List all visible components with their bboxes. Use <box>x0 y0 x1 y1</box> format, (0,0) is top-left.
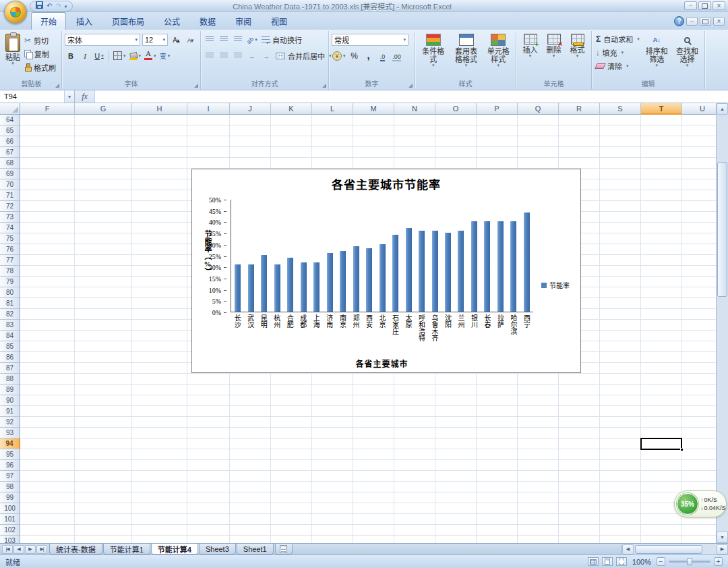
column-header-T[interactable]: T <box>641 103 682 115</box>
qat-customize-dropdown[interactable] <box>65 1 67 11</box>
conditional-formatting-button[interactable]: 条件格式 <box>418 32 449 80</box>
row-header-72[interactable]: 72 <box>0 201 20 212</box>
column-header-O[interactable]: O <box>435 103 477 115</box>
row-header-86[interactable]: 86 <box>0 352 20 363</box>
selected-cell[interactable] <box>640 438 682 450</box>
row-header-88[interactable]: 88 <box>0 374 20 385</box>
column-header-G[interactable]: G <box>75 103 132 115</box>
fill-handle[interactable] <box>680 448 684 451</box>
vertical-scroll-thumb[interactable] <box>717 162 727 297</box>
row-header-66[interactable]: 66 <box>0 136 20 147</box>
formula-input[interactable] <box>95 90 728 103</box>
row-header-64[interactable]: 64 <box>0 115 20 125</box>
accounting-format-button[interactable] <box>332 50 346 62</box>
row-header-83[interactable]: 83 <box>0 320 20 331</box>
bar-郑州[interactable] <box>353 246 359 312</box>
column-header-Q[interactable]: Q <box>518 103 559 115</box>
comma-style-button[interactable] <box>363 50 375 62</box>
font-dialog-launcher[interactable] <box>194 84 198 88</box>
row-header-102[interactable]: 102 <box>0 525 20 536</box>
undo-button[interactable] <box>47 1 52 11</box>
insert-cells-button[interactable]: 插入 <box>519 32 541 80</box>
align-left-button[interactable] <box>204 50 216 62</box>
column-header-N[interactable]: N <box>394 103 435 115</box>
bar-太原[interactable] <box>406 228 412 312</box>
row-header-75[interactable]: 75 <box>0 233 20 244</box>
row-header-68[interactable]: 68 <box>0 158 20 169</box>
row-header-74[interactable]: 74 <box>0 223 20 233</box>
column-header-U[interactable]: U <box>682 103 716 115</box>
orientation-button[interactable] <box>246 34 258 46</box>
ribbon-tab-视图[interactable]: 视图 <box>262 12 297 30</box>
bar-长春[interactable] <box>484 221 490 312</box>
select-all-corner[interactable] <box>0 103 20 115</box>
insert-function-button[interactable]: fx <box>75 90 95 103</box>
row-header-98[interactable]: 98 <box>0 482 20 492</box>
row-header-89[interactable]: 89 <box>0 385 20 395</box>
format-cells-button[interactable]: 格式 <box>566 32 588 80</box>
fill-button[interactable]: 填充 <box>595 47 641 58</box>
bar-银川[interactable] <box>471 221 477 312</box>
align-bottom-button[interactable] <box>232 34 244 46</box>
bar-兰州[interactable] <box>458 231 464 312</box>
bar-西宁[interactable] <box>524 212 530 312</box>
format-painter-button[interactable]: 格式刷 <box>23 61 57 73</box>
row-header-94[interactable]: 94 <box>0 438 20 449</box>
fill-color-button[interactable] <box>129 50 142 62</box>
sheet-tab-节能计算1[interactable]: 节能计算1 <box>103 544 150 555</box>
ribbon-tab-公式[interactable]: 公式 <box>154 12 189 30</box>
horizontal-scrollbar[interactable] <box>621 544 728 555</box>
row-header-76[interactable]: 76 <box>0 244 20 255</box>
last-sheet-button[interactable] <box>36 545 47 554</box>
row-header-100[interactable]: 100 <box>0 503 20 514</box>
bar-昆明[interactable] <box>261 255 267 312</box>
bar-北京[interactable] <box>380 244 386 312</box>
number-format-select[interactable]: 常规 <box>332 34 408 46</box>
row-header-87[interactable]: 87 <box>0 363 20 374</box>
sheet-tab-Sheet1[interactable]: Sheet1 <box>237 544 274 555</box>
find-select-button[interactable]: 查找和选择 <box>673 32 702 80</box>
bar-哈尔滨[interactable] <box>510 221 516 312</box>
row-header-97[interactable]: 97 <box>0 471 20 482</box>
clear-button[interactable]: 清除 <box>595 60 641 72</box>
close-button[interactable] <box>712 1 725 10</box>
row-header-96[interactable]: 96 <box>0 460 20 471</box>
row-header-91[interactable]: 91 <box>0 406 20 417</box>
name-box[interactable]: T94 <box>0 90 65 103</box>
wrap-text-button[interactable]: 自动换行 <box>260 34 303 45</box>
row-header-99[interactable]: 99 <box>0 492 20 503</box>
row-header-67[interactable]: 67 <box>0 147 20 158</box>
network-monitor-widget[interactable]: 35% 0K/S 0.04K/S <box>674 490 727 517</box>
number-dialog-launcher[interactable] <box>408 84 413 88</box>
autosum-button[interactable]: 自动求和 <box>595 33 641 45</box>
cell-styles-button[interactable]: 单元格样式 <box>483 32 513 80</box>
cut-button[interactable]: 剪切 <box>23 34 57 46</box>
font-family-select[interactable]: 宋体 <box>65 34 140 46</box>
sort-filter-button[interactable]: 排序和筛选 <box>642 32 671 80</box>
restore-button[interactable] <box>698 1 711 10</box>
clipboard-dialog-launcher[interactable] <box>55 84 59 88</box>
bar-长沙[interactable] <box>235 264 241 312</box>
align-middle-button[interactable] <box>218 34 230 46</box>
cell-grid[interactable]: 各省主要城市节能率 节能率（%） 0%5%10%15%20%25%30%35%4… <box>20 115 716 543</box>
sheet-tab-Sheet3[interactable]: Sheet3 <box>199 544 236 555</box>
scroll-down-button[interactable]: ▼ <box>717 532 728 543</box>
align-right-button[interactable] <box>232 50 244 62</box>
format-as-table-button[interactable]: 套用表格格式 <box>450 32 483 80</box>
align-top-button[interactable] <box>204 34 216 46</box>
ribbon-tab-数据[interactable]: 数据 <box>190 12 225 30</box>
help-button[interactable] <box>674 16 684 26</box>
workbook-minimize-button[interactable] <box>686 17 698 26</box>
bar-杭州[interactable] <box>274 264 280 312</box>
sheet-tab-统计表-数据[interactable]: 统计表-数据 <box>49 544 102 555</box>
percent-style-button[interactable] <box>348 50 361 62</box>
bar-呼和浩特[interactable] <box>419 231 425 312</box>
minimize-button[interactable] <box>684 1 697 10</box>
scroll-up-button[interactable]: ▲ <box>717 103 728 115</box>
insert-worksheet-button[interactable] <box>275 544 293 555</box>
row-header-90[interactable]: 90 <box>0 395 20 406</box>
zoom-slider-thumb[interactable] <box>687 558 692 565</box>
workbook-close-button[interactable] <box>713 17 725 26</box>
row-header-65[interactable]: 65 <box>0 125 20 136</box>
column-header-K[interactable]: K <box>271 103 312 115</box>
